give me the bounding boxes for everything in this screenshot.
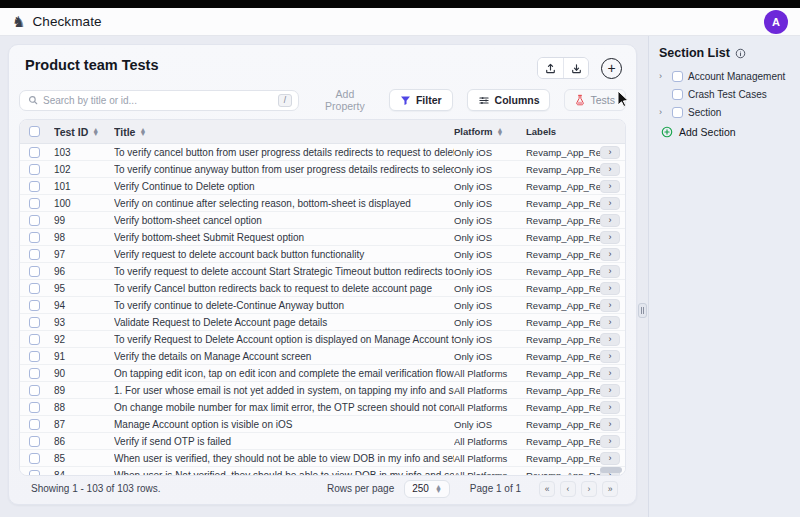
panel-resize-handle[interactable] — [638, 303, 647, 318]
row-expand-button[interactable]: › — [600, 197, 620, 210]
row-expand-button[interactable]: › — [600, 452, 620, 465]
row-expand-button[interactable]: › — [600, 146, 620, 159]
row-checkbox[interactable] — [29, 436, 40, 447]
cell-platform: All Platforms — [454, 368, 526, 379]
last-page-button[interactable]: » — [602, 481, 618, 497]
row-expand-button[interactable]: › — [600, 418, 620, 431]
row-checkbox[interactable] — [29, 215, 40, 226]
col-test-id-sort[interactable]: Test ID▲▼ — [54, 126, 99, 138]
table-row[interactable]: 101 Verify Continue to Delete option Onl… — [20, 178, 625, 195]
columns-button[interactable]: Columns — [467, 89, 551, 111]
row-expand-button[interactable]: › — [600, 163, 620, 176]
tests-button[interactable]: Tests — [564, 89, 626, 111]
table-row[interactable]: 91 Verify the details on Manage Account … — [20, 348, 625, 365]
row-expand-button[interactable]: › — [600, 248, 620, 261]
section-checkbox[interactable] — [672, 89, 683, 100]
row-expand-button[interactable]: › — [600, 384, 620, 397]
section-tree-item[interactable]: › Section — [659, 106, 790, 118]
cell-labels: Revamp_App_Regre… — [526, 198, 600, 209]
row-checkbox[interactable] — [29, 147, 40, 158]
row-expand-button[interactable]: › — [600, 282, 620, 295]
chevron-right-icon[interactable]: › — [659, 108, 667, 117]
table-row[interactable]: 100 Verify on continue after selecting r… — [20, 195, 625, 212]
row-expand-button[interactable]: › — [600, 231, 620, 244]
row-checkbox[interactable] — [29, 368, 40, 379]
info-icon[interactable] — [735, 48, 746, 59]
row-checkbox[interactable] — [29, 351, 40, 362]
row-checkbox[interactable] — [29, 164, 40, 175]
row-expand-button[interactable]: › — [600, 435, 620, 448]
row-expand-button[interactable]: › — [600, 180, 620, 193]
row-expand-button[interactable]: › — [600, 350, 620, 363]
table-row[interactable]: 94 To verify continue to delete-Continue… — [20, 297, 625, 314]
row-expand-button[interactable]: › — [600, 367, 620, 380]
row-checkbox[interactable] — [29, 249, 40, 260]
table-row[interactable]: 87 Manage Account option is visible on i… — [20, 416, 625, 433]
table-row[interactable]: 99 Verify bottom-sheet cancel option Onl… — [20, 212, 625, 229]
row-expand-button[interactable]: › — [600, 299, 620, 312]
first-page-button[interactable]: « — [539, 481, 555, 497]
row-expand-button[interactable]: › — [600, 265, 620, 278]
filter-button[interactable]: Filter — [389, 89, 453, 111]
table-row[interactable]: 93 Validate Request to Delete Account pa… — [20, 314, 625, 331]
cell-title: To verify Cancel button redirects back t… — [114, 283, 454, 294]
row-checkbox[interactable] — [29, 402, 40, 413]
col-labels: Labels — [526, 126, 556, 137]
table-row[interactable]: 96 To verify request to delete account S… — [20, 263, 625, 280]
cell-platform: All Platforms — [454, 453, 526, 464]
add-section-button[interactable]: Add Section — [659, 126, 790, 138]
row-checkbox[interactable] — [29, 266, 40, 277]
upload-button[interactable] — [538, 58, 563, 78]
user-avatar[interactable]: A — [764, 10, 788, 34]
download-button[interactable] — [563, 58, 588, 78]
section-tree-item[interactable]: › Account Management — [659, 70, 790, 82]
section-checkbox[interactable] — [672, 71, 683, 82]
table-row[interactable]: 90 On tapping edit icon, tap on edit ico… — [20, 365, 625, 382]
row-expand-button[interactable]: › — [600, 401, 620, 414]
table-row[interactable]: 86 Verify if send OTP is failed All Plat… — [20, 433, 625, 450]
table-row[interactable]: 102 To verify continue anyway button fro… — [20, 161, 625, 178]
row-checkbox[interactable] — [29, 181, 40, 192]
table-row[interactable]: 97 Verify request to delete account back… — [20, 246, 625, 263]
table-row[interactable]: 88 On change mobile number for max limit… — [20, 399, 625, 416]
add-test-button[interactable]: + — [601, 58, 622, 79]
rows-per-page-select[interactable]: 250 ▲▼ — [404, 480, 450, 498]
row-expand-button[interactable]: › — [600, 214, 620, 227]
search-box[interactable]: / — [19, 90, 299, 111]
table-row[interactable]: 98 Verify bottom-sheet Submit Request op… — [20, 229, 625, 246]
col-platform-sort[interactable]: Platform▲▼ — [454, 126, 503, 137]
cell-test-id: 100 — [54, 198, 114, 209]
next-page-button[interactable]: › — [581, 481, 597, 497]
row-checkbox[interactable] — [29, 334, 40, 345]
section-checkbox[interactable] — [672, 107, 683, 118]
cell-title: Verify if send OTP is failed — [114, 436, 454, 447]
col-title-sort[interactable]: Title▲▼ — [114, 126, 146, 138]
table-row[interactable]: 84 When user is Not verified, they shoul… — [20, 467, 625, 476]
row-checkbox[interactable] — [29, 385, 40, 396]
row-expand-button[interactable]: › — [600, 333, 620, 346]
select-all-checkbox[interactable] — [29, 126, 40, 137]
add-property-button[interactable]: Add Property — [313, 89, 377, 111]
prev-page-button[interactable]: ‹ — [560, 481, 576, 497]
row-expand-button[interactable]: › — [600, 316, 620, 329]
table-row[interactable]: 92 To verify Request to Delete Account o… — [20, 331, 625, 348]
row-checkbox[interactable] — [29, 198, 40, 209]
cell-platform: All Platforms — [454, 385, 526, 396]
row-checkbox[interactable] — [29, 453, 40, 464]
table-scrollbar-thumb[interactable] — [600, 467, 622, 473]
row-checkbox[interactable] — [29, 232, 40, 243]
row-checkbox[interactable] — [29, 317, 40, 328]
row-checkbox[interactable] — [29, 300, 40, 311]
table-row[interactable]: 103 To verify cancel button from user pr… — [20, 144, 625, 161]
section-tree-item[interactable]: › Crash Test Cases — [659, 88, 790, 100]
row-checkbox[interactable] — [29, 419, 40, 430]
chevron-right-icon[interactable]: › — [659, 72, 667, 81]
cell-test-id: 93 — [54, 317, 114, 328]
row-checkbox[interactable] — [29, 283, 40, 294]
table-row[interactable]: 85 When user is verified, they should no… — [20, 450, 625, 467]
app-logo[interactable]: ♞ Checkmate — [12, 14, 102, 29]
search-input[interactable] — [43, 95, 273, 106]
table-row[interactable]: 89 1. For user whose email is not yet ad… — [20, 382, 625, 399]
row-checkbox[interactable] — [29, 470, 40, 476]
table-row[interactable]: 95 To verify Cancel button redirects bac… — [20, 280, 625, 297]
